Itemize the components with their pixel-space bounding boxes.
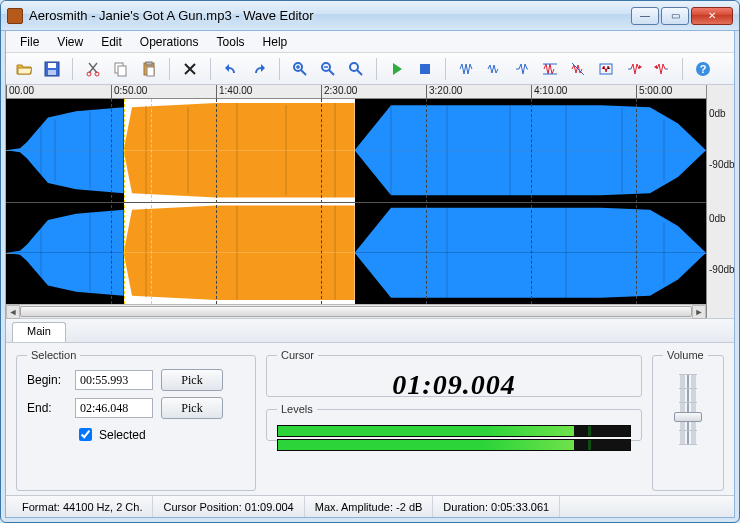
menu-help[interactable]: Help xyxy=(255,33,296,51)
status-amplitude: Max. Amplitude: -2 dB xyxy=(305,496,434,517)
svg-point-12 xyxy=(350,63,358,71)
selection-legend: Selection xyxy=(27,349,80,361)
effect-2-button[interactable] xyxy=(482,57,506,81)
scroll-left-button[interactable]: ◄ xyxy=(6,305,20,319)
zoom-fit-button[interactable] xyxy=(344,57,368,81)
pick-end-button[interactable]: Pick xyxy=(161,397,223,419)
app-icon xyxy=(7,8,23,24)
pick-begin-button[interactable]: Pick xyxy=(161,369,223,391)
status-format: Format: 44100 Hz, 2 Ch. xyxy=(12,496,153,517)
ruler-tick: 5:00.00 xyxy=(636,85,672,99)
undo-button[interactable] xyxy=(219,57,243,81)
cursor-legend: Cursor xyxy=(277,349,318,361)
cursor-panel: Cursor 01:09.004 xyxy=(266,349,642,397)
menu-edit[interactable]: Edit xyxy=(93,33,130,51)
effect-7-button[interactable] xyxy=(622,57,646,81)
begin-label: Begin: xyxy=(27,373,67,387)
horizontal-scrollbar[interactable]: ◄ ► xyxy=(6,304,706,318)
volume-panel: Volume xyxy=(652,349,724,491)
window-title: Aerosmith - Janie's Got A Gun.mp3 - Wave… xyxy=(29,8,629,23)
svg-rect-8 xyxy=(146,62,152,65)
minimize-button[interactable]: — xyxy=(631,7,659,25)
svg-rect-13 xyxy=(420,64,430,74)
selected-checkbox[interactable] xyxy=(79,428,92,441)
menu-operations[interactable]: Operations xyxy=(132,33,207,51)
toolbar: ? xyxy=(6,53,734,85)
tabs-row: Main xyxy=(6,319,734,343)
cut-button[interactable] xyxy=(81,57,105,81)
zoom-out-button[interactable] xyxy=(316,57,340,81)
cursor-time: 01:09.004 xyxy=(392,369,515,401)
effect-5-button[interactable] xyxy=(566,57,590,81)
delete-button[interactable] xyxy=(178,57,202,81)
time-ruler[interactable]: 00.00 0:50.00 1:40.00 2:30.00 3:20.00 4:… xyxy=(6,85,706,99)
paste-button[interactable] xyxy=(137,57,161,81)
effect-6-button[interactable] xyxy=(594,57,618,81)
window-titlebar: Aerosmith - Janie's Got A Gun.mp3 - Wave… xyxy=(1,1,739,31)
waveform-canvas[interactable] xyxy=(6,99,706,304)
help-button[interactable]: ? xyxy=(691,57,715,81)
svg-rect-1 xyxy=(48,63,56,68)
open-button[interactable] xyxy=(12,57,36,81)
volume-slider[interactable] xyxy=(663,369,713,449)
level-left xyxy=(277,425,631,437)
client-area: File View Edit Operations Tools Help xyxy=(5,30,735,518)
effect-3-button[interactable] xyxy=(510,57,534,81)
zoom-in-button[interactable] xyxy=(288,57,312,81)
svg-rect-9 xyxy=(147,67,154,76)
effect-8-button[interactable] xyxy=(650,57,674,81)
play-button[interactable] xyxy=(385,57,409,81)
scroll-right-button[interactable]: ► xyxy=(692,305,706,319)
menu-view[interactable]: View xyxy=(49,33,91,51)
waveform-area[interactable]: 00.00 0:50.00 1:40.00 2:30.00 3:20.00 4:… xyxy=(6,85,734,319)
volume-thumb[interactable] xyxy=(674,412,702,422)
selection-panel: Selection Begin: Pick End: Pick Selected xyxy=(16,349,256,491)
ruler-tick: 4:10.00 xyxy=(531,85,567,99)
effect-1-button[interactable] xyxy=(454,57,478,81)
ruler-tick: 3:20.00 xyxy=(426,85,462,99)
svg-rect-2 xyxy=(48,70,56,75)
maximize-button[interactable]: ▭ xyxy=(661,7,689,25)
levels-legend: Levels xyxy=(277,403,317,415)
db-scale: 0db -90db 0db -90db xyxy=(706,85,734,318)
ruler-tick: 1:40.00 xyxy=(216,85,252,99)
ruler-tick: 0:50.00 xyxy=(111,85,147,99)
end-label: End: xyxy=(27,401,67,415)
panels: Selection Begin: Pick End: Pick Selected… xyxy=(6,343,734,495)
svg-text:?: ? xyxy=(700,63,707,75)
levels-panel: Levels xyxy=(266,403,642,441)
menubar: File View Edit Operations Tools Help xyxy=(6,31,734,53)
copy-button[interactable] xyxy=(109,57,133,81)
close-button[interactable]: ✕ xyxy=(691,7,733,25)
ruler-tick: 00.00 xyxy=(6,85,34,99)
end-input[interactable] xyxy=(75,398,153,418)
stop-button[interactable] xyxy=(413,57,437,81)
level-right xyxy=(277,439,631,451)
redo-button[interactable] xyxy=(247,57,271,81)
scroll-thumb[interactable] xyxy=(20,306,692,317)
status-cursor: Cursor Position: 01:09.004 xyxy=(153,496,304,517)
selected-label[interactable]: Selected xyxy=(99,428,146,442)
svg-rect-6 xyxy=(118,66,126,76)
menu-file[interactable]: File xyxy=(12,33,47,51)
status-duration: Duration: 0:05:33.061 xyxy=(433,496,560,517)
volume-legend: Volume xyxy=(663,349,708,361)
tab-main[interactable]: Main xyxy=(12,322,66,342)
effect-4-button[interactable] xyxy=(538,57,562,81)
statusbar: Format: 44100 Hz, 2 Ch. Cursor Position:… xyxy=(6,495,734,517)
menu-tools[interactable]: Tools xyxy=(209,33,253,51)
ruler-tick: 2:30.00 xyxy=(321,85,357,99)
save-button[interactable] xyxy=(40,57,64,81)
begin-input[interactable] xyxy=(75,370,153,390)
